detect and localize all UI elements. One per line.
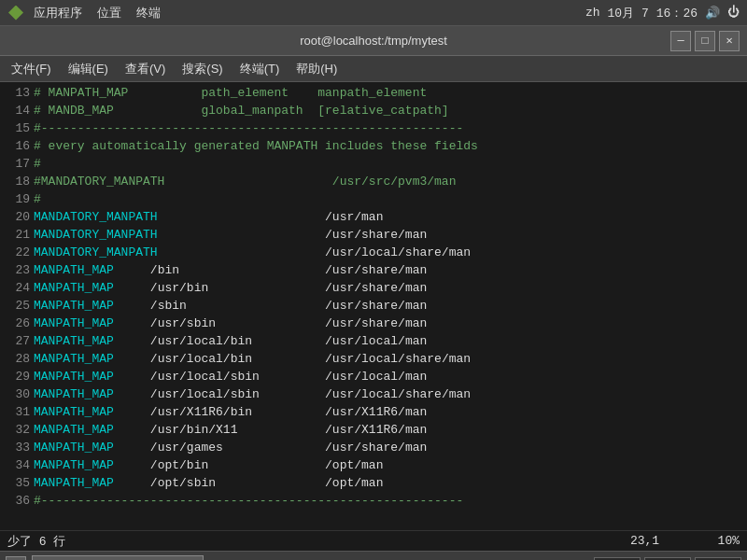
table-row: 28MANPATH_MAP /usr/local/bin /usr/local/…: [0, 350, 747, 368]
line-number: 16: [4, 137, 30, 155]
line-number: 34: [4, 456, 30, 474]
line-content: MANDATORY_MANPATH /usr/share/man: [34, 226, 743, 244]
table-row: 35MANPATH_MAP /opt/sbin /opt/man: [0, 474, 747, 492]
line-content: #: [34, 155, 743, 173]
line-content: MANPATH_MAP /bin /usr/share/man: [34, 261, 743, 279]
line-content: MANPATH_MAP /usr/local/bin /usr/local/sh…: [34, 350, 743, 368]
line-content: #---------------------------------------…: [34, 492, 743, 510]
line-number: 17: [4, 155, 30, 173]
time-display: 16：26: [656, 5, 698, 21]
status-bar: 少了 6 行 23,1 10%: [0, 530, 747, 551]
maximize-button[interactable]: □: [695, 31, 715, 51]
line-content: MANPATH_MAP /opt/bin /opt/man: [34, 456, 743, 474]
line-number: 25: [4, 297, 30, 315]
table-row: 20MANDATORY_MANPATH /usr/man: [0, 208, 747, 226]
line-content: #---------------------------------------…: [34, 119, 743, 137]
menu-item-文件(F)[interactable]: 文件(F): [4, 58, 59, 80]
line-number: 33: [4, 439, 30, 456]
table-row: 23MANPATH_MAP /bin /usr/share/man: [0, 261, 747, 279]
menu-apps[interactable]: 应用程序: [28, 3, 88, 23]
language-indicator: zh: [585, 6, 600, 20]
table-row: 32MANPATH_MAP /usr/bin/X11 /usr/X11R6/ma…: [0, 421, 747, 439]
line-number: 35: [4, 474, 30, 492]
line-content: MANPATH_MAP /usr/local/sbin /usr/local/m…: [34, 368, 743, 385]
menu-location[interactable]: 位置: [92, 3, 127, 23]
line-number: 32: [4, 421, 30, 439]
system-bar-right: zh 10月 7 16：26 🔊 ⏻: [585, 5, 740, 21]
taskbar-input2[interactable]: [644, 557, 691, 561]
table-row: 36#-------------------------------------…: [0, 492, 747, 510]
line-number: 20: [4, 208, 30, 226]
table-row: 25MANPATH_MAP /sbin /usr/share/man: [0, 297, 747, 315]
line-number: 19: [4, 190, 30, 208]
line-number: 30: [4, 385, 30, 403]
table-row: 18#MANDATORY_MANPATH /usr/src/pvm3/man: [0, 173, 747, 190]
line-number: 26: [4, 315, 30, 332]
minimize-button[interactable]: ─: [670, 31, 691, 51]
line-content: # every automatically generated MANPATH …: [34, 137, 743, 155]
line-number: 24: [4, 279, 30, 297]
line-content: # MANDB_MAP global_manpath [relative_cat…: [34, 102, 743, 119]
table-row: 15#-------------------------------------…: [0, 119, 747, 137]
line-number: 13: [4, 84, 30, 102]
line-number: 21: [4, 226, 30, 244]
line-content: MANPATH_MAP /usr/bin/X11 /usr/X11R6/man: [34, 421, 743, 439]
taskbar-desktop-icon[interactable]: [6, 556, 26, 561]
close-button[interactable]: ✕: [719, 31, 740, 51]
table-row: 22MANDATORY_MANPATH /usr/local/share/man: [0, 244, 747, 261]
window-controls: ─ □ ✕: [670, 31, 740, 51]
line-number: 31: [4, 403, 30, 421]
table-row: 30MANPATH_MAP /usr/local/sbin /usr/local…: [0, 385, 747, 403]
line-content: MANPATH_MAP /usr/local/sbin /usr/local/s…: [34, 385, 743, 403]
menu-item-终端(T)[interactable]: 终端(T): [233, 58, 288, 80]
line-number: 28: [4, 350, 30, 368]
line-number: 22: [4, 244, 30, 261]
taskbar-right: [594, 557, 741, 561]
menu-terminal[interactable]: 终端: [131, 3, 166, 23]
table-row: 29MANPATH_MAP /usr/local/sbin /usr/local…: [0, 368, 747, 385]
line-content: MANPATH_MAP /opt/sbin /opt/man: [34, 474, 743, 492]
table-row: 34MANPATH_MAP /opt/bin /opt/man: [0, 456, 747, 474]
taskbar-input[interactable]: [594, 557, 641, 561]
line-content: MANDATORY_MANPATH /usr/man: [34, 208, 743, 226]
line-content: # MANPATH_MAP path_element manpath_eleme…: [34, 84, 743, 102]
table-row: 24MANPATH_MAP /usr/bin /usr/share/man: [0, 279, 747, 297]
line-number: 15: [4, 119, 30, 137]
table-row: 27MANPATH_MAP /usr/local/bin /usr/local/…: [0, 332, 747, 350]
terminal-content: 13# MANPATH_MAP path_element manpath_ele…: [0, 82, 747, 530]
volume-icon[interactable]: 🔊: [705, 6, 720, 21]
title-bar: root@localhost:/tmp/mytest ─ □ ✕: [0, 26, 747, 56]
system-bar: 应用程序 位置 终端 zh 10月 7 16：26 🔊 ⏻: [0, 0, 747, 26]
table-row: 16# every automatically generated MANPAT…: [0, 137, 747, 155]
table-row: 26MANPATH_MAP /usr/sbin /usr/share/man: [0, 315, 747, 332]
menu-item-查看(V)[interactable]: 查看(V): [118, 58, 173, 80]
line-content: MANPATH_MAP /usr/X11R6/bin /usr/X11R6/ma…: [34, 403, 743, 421]
line-content: #MANDATORY_MANPATH /usr/src/pvm3/man: [34, 173, 743, 190]
menu-item-编辑(E)[interactable]: 编辑(E): [61, 58, 116, 80]
table-row: 21MANDATORY_MANPATH /usr/share/man: [0, 226, 747, 244]
table-row: 13# MANPATH_MAP path_element manpath_ele…: [0, 84, 747, 102]
line-number: 23: [4, 261, 30, 279]
line-number: 36: [4, 492, 30, 510]
table-row: 31MANPATH_MAP /usr/X11R6/bin /usr/X11R6/…: [0, 403, 747, 421]
system-leaf-icon: [7, 5, 24, 21]
taskbar-terminal-window[interactable]: root@localhost:/tmp/mytest: [32, 555, 204, 561]
line-content: MANPATH_MAP /usr/sbin /usr/share/man: [34, 315, 743, 332]
line-content: MANPATH_MAP /usr/local/bin /usr/local/ma…: [34, 332, 743, 350]
taskbar-input3[interactable]: [695, 557, 741, 561]
line-content: MANPATH_MAP /sbin /usr/share/man: [34, 297, 743, 315]
menu-item-帮助(H)[interactable]: 帮助(H): [289, 58, 345, 80]
table-row: 14# MANDB_MAP global_manpath [relative_c…: [0, 102, 747, 119]
line-content: #: [34, 190, 743, 208]
menu-bar: 文件(F)编辑(E)查看(V)搜索(S)终端(T)帮助(H): [0, 56, 747, 82]
line-number: 14: [4, 102, 30, 119]
line-content: MANPATH_MAP /usr/games /usr/share/man: [34, 439, 743, 456]
window-title: root@localhost:/tmp/mytest: [300, 34, 447, 48]
date-display: 10月 7: [608, 5, 649, 21]
table-row: 17#: [0, 155, 747, 173]
line-number: 29: [4, 368, 30, 385]
power-icon[interactable]: ⏻: [727, 6, 740, 20]
menu-item-搜索(S)[interactable]: 搜索(S): [175, 58, 230, 80]
status-left: 少了 6 行: [7, 533, 65, 550]
system-bar-left: 应用程序 位置 终端: [7, 3, 166, 23]
